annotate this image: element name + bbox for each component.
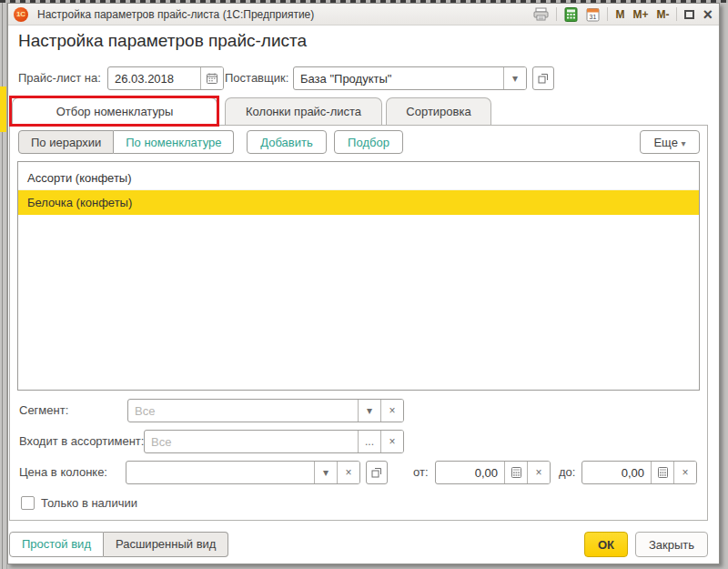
memory-m-plus-button[interactable]: M+: [632, 8, 649, 21]
date-label: Прайс-лист на:: [18, 66, 101, 90]
calculator-icon[interactable]: [563, 7, 579, 22]
list-item[interactable]: Ассорти (конфеты): [18, 166, 699, 190]
window-titlebar: 1С Настройка параметров прайс-листа (1С:…: [8, 4, 719, 25]
tab-columns[interactable]: Колонки прайс-листа: [225, 97, 382, 125]
ok-button[interactable]: ОК: [584, 532, 628, 557]
price-to-calculator-button[interactable]: [651, 462, 673, 483]
assortment-input[interactable]: [145, 431, 358, 452]
segment-label: Сегмент:: [19, 399, 68, 422]
price-column-clear-button[interactable]: ×: [337, 462, 359, 483]
print-icon[interactable]: [532, 7, 550, 21]
memory-m-minus-button[interactable]: M-: [655, 8, 670, 21]
by-hierarchy-button[interactable]: По иерархии: [18, 130, 114, 154]
date-calendar-button[interactable]: [200, 67, 223, 89]
price-to-field: ×: [581, 461, 697, 484]
simple-view-button[interactable]: Простой вид: [9, 532, 104, 557]
titlebar-separator: [676, 7, 677, 21]
background-window-edge-left: [0, 3, 7, 569]
view-mode-switch: По иерархии По номенклатуре: [18, 130, 234, 154]
1c-logo-icon: 1С: [14, 7, 28, 22]
price-column-label: Цена в колонке:: [19, 461, 107, 484]
supplier-label: Поставщик:: [225, 66, 288, 90]
dialog-window: 1С Настройка параметров прайс-листа (1С:…: [7, 3, 720, 564]
assortment-field: ... ×: [144, 430, 404, 453]
price-column-field: ▾ ×: [126, 461, 360, 484]
price-to-clear-button[interactable]: ×: [673, 462, 696, 483]
add-button[interactable]: Добавить: [247, 130, 327, 154]
price-from-input[interactable]: [436, 462, 504, 483]
memory-m-button[interactable]: M: [614, 8, 625, 21]
supplier-field: ▾: [293, 66, 527, 90]
tab-selection[interactable]: Отбор номенклатуры: [12, 97, 217, 126]
titlebar-separator: [556, 7, 557, 21]
segment-clear-button[interactable]: ×: [380, 400, 403, 422]
supplier-input[interactable]: [294, 67, 503, 89]
date-input[interactable]: [108, 67, 200, 89]
assortment-clear-button[interactable]: ×: [380, 431, 403, 452]
chevron-down-icon: ▾: [682, 138, 686, 148]
pick-button[interactable]: Подбор: [334, 130, 403, 154]
maximize-icon[interactable]: [683, 10, 695, 19]
more-button-label: Еще: [653, 136, 677, 149]
by-nomenclature-button[interactable]: По номенклатуре: [114, 130, 234, 154]
in-stock-checkbox[interactable]: [21, 496, 35, 510]
assortment-label: Входит в ассортимент:: [19, 430, 144, 453]
supplier-open-button[interactable]: [532, 66, 554, 90]
page-title: Настройка параметров прайс-листа: [18, 31, 307, 51]
price-from-field: ×: [435, 461, 551, 484]
nomenclature-list: Ассорти (конфеты) Белочка (конфеты): [17, 161, 700, 391]
svg-text:31: 31: [590, 13, 597, 19]
price-from-label: от:: [413, 461, 429, 484]
footer-bar: Простой вид Расширенный вид ОК Закрыть: [9, 532, 708, 557]
price-column-open-button[interactable]: [366, 461, 388, 484]
titlebar-separator: [607, 7, 608, 21]
price-to-input[interactable]: [582, 462, 651, 483]
supplier-dropdown-button[interactable]: ▾: [503, 67, 526, 89]
segment-dropdown-button[interactable]: ▾: [358, 400, 380, 422]
background-yellow-fragment: [0, 86, 6, 132]
assortment-choose-button[interactable]: ...: [358, 431, 380, 452]
segment-input[interactable]: [128, 400, 358, 422]
price-from-clear-button[interactable]: ×: [527, 462, 550, 483]
close-icon[interactable]: ×: [702, 8, 713, 21]
extended-view-button[interactable]: Расширенный вид: [104, 532, 228, 557]
view-kind-switch: Простой вид Расширенный вид: [9, 532, 228, 557]
calendar-icon[interactable]: 31: [585, 7, 601, 22]
price-column-input[interactable]: [126, 462, 314, 483]
tab-sorting[interactable]: Сортировка: [386, 97, 491, 125]
price-from-calculator-button[interactable]: [504, 462, 527, 483]
window-title: Настройка параметров прайс-листа (1С:Пре…: [37, 8, 532, 21]
selection-tab-panel: По иерархии По номенклатуре Добавить Под…: [9, 125, 708, 521]
in-stock-label: Только в наличии: [41, 492, 137, 515]
segment-field: ▾ ×: [127, 399, 404, 422]
price-to-label: до:: [559, 461, 575, 484]
list-item-selected[interactable]: Белочка (конфеты): [18, 190, 699, 215]
close-button[interactable]: Закрыть: [635, 532, 708, 557]
more-button[interactable]: Еще ▾: [640, 130, 700, 154]
date-field: [107, 66, 224, 90]
price-column-dropdown-button[interactable]: ▾: [314, 462, 337, 483]
